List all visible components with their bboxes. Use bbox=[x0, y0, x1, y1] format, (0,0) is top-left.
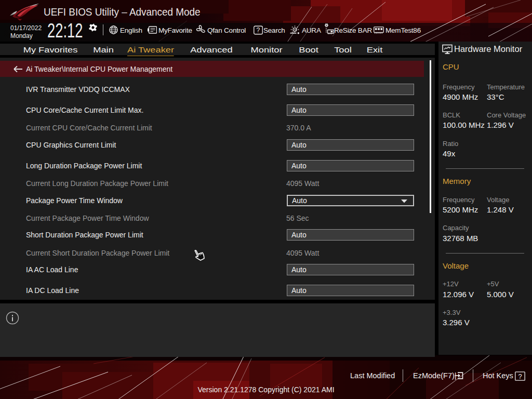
svg-text:?: ? bbox=[518, 373, 522, 380]
